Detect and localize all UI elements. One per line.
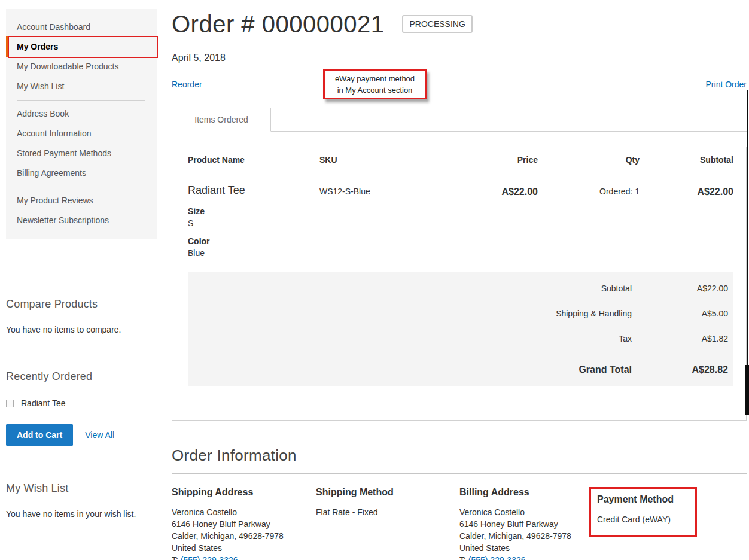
- product-options: Size S Color Blue: [188, 206, 319, 258]
- total-row-subtotal: Subtotal A$22.00: [188, 276, 733, 301]
- sidebar-secondary-blocks: Compare Products You have no items to co…: [6, 298, 157, 519]
- total-value: A$5.00: [632, 301, 733, 326]
- compare-products-empty-text: You have no items to compare.: [6, 325, 157, 334]
- payment-method-value: Credit Card (eWAY): [597, 513, 684, 525]
- order-status-badge: PROCESSING: [402, 15, 472, 33]
- address-line: 6146 Honey Bluff Parkway: [459, 518, 589, 530]
- shipping-method-block: Shipping Method Flat Rate - Fixed: [316, 487, 459, 560]
- address-line: Veronica Costello: [172, 506, 316, 518]
- total-row-grand-total: Grand Total A$28.82: [188, 351, 733, 383]
- address-line: Calder, Michigan, 49628-7978: [172, 530, 316, 542]
- recently-ordered-actions: Add to Cart View All: [6, 424, 157, 446]
- total-value: A$1.82: [632, 326, 733, 351]
- address-line: 6146 Honey Bluff Parkway: [172, 518, 316, 530]
- shipping-address-block: Shipping Address Veronica Costello 6146 …: [172, 487, 316, 560]
- sidebar-item-my-wish-list[interactable]: My Wish List: [6, 77, 157, 96]
- shipping-address-title: Shipping Address: [172, 487, 316, 498]
- billing-address-block: Billing Address Veronica Costello 6146 H…: [459, 487, 589, 560]
- option-label: Size: [188, 206, 319, 216]
- address-phone-line: T: (555) 229-3326: [459, 554, 589, 560]
- table-header-row: Product Name SKU Price Qty Subtotal: [188, 147, 733, 172]
- nav-divider: [17, 100, 145, 101]
- recently-ordered-block: Recently Ordered Radiant Tee Add to Cart…: [6, 370, 157, 446]
- eway-annotation-callout: eWay payment method in My Account sectio…: [323, 69, 427, 99]
- phone-link[interactable]: (555) 229-3326: [468, 555, 526, 560]
- sidebar-item-account-information[interactable]: Account Information: [6, 124, 157, 144]
- total-value: A$28.82: [632, 351, 733, 383]
- product-name: Radiant Tee: [188, 184, 319, 197]
- total-row-shipping: Shipping & Handling A$5.00: [188, 301, 733, 326]
- sidebar-item-newsletter-subscriptions[interactable]: Newsletter Subscriptions: [6, 211, 157, 230]
- sidebar-item-my-product-reviews[interactable]: My Product Reviews: [6, 191, 157, 211]
- item-checkbox[interactable]: [6, 400, 14, 407]
- address-line: Veronica Costello: [459, 506, 589, 518]
- eway-annotation-line1: eWay payment method: [326, 73, 424, 84]
- add-to-cart-button[interactable]: Add to Cart: [6, 424, 73, 446]
- total-label: Shipping & Handling: [188, 301, 632, 326]
- account-nav-list: Account Dashboard My Orders My Downloada…: [6, 17, 157, 230]
- page-title: Order # 000000021: [172, 11, 384, 37]
- phone-link[interactable]: (555) 229-3326: [181, 555, 238, 560]
- recently-ordered-item-name[interactable]: Radiant Tee: [21, 398, 65, 408]
- option-label: Color: [188, 236, 319, 246]
- column-header-product-name: Product Name: [188, 147, 319, 172]
- phone-prefix: T:: [172, 555, 178, 560]
- print-order-link[interactable]: Print Order: [706, 80, 747, 89]
- order-tabs: Items Ordered: [172, 108, 747, 132]
- sidebar-item-my-downloadable-products[interactable]: My Downloadable Products: [6, 57, 157, 77]
- order-totals: Subtotal A$22.00 Shipping & Handling A$5…: [188, 272, 733, 386]
- wishlist-title: My Wish List: [6, 482, 157, 495]
- payment-method-block: Payment Method Credit Card (eWAY): [589, 487, 747, 560]
- sidebar-item-account-dashboard[interactable]: Account Dashboard: [6, 17, 157, 37]
- sidebar-item-stored-payment-methods[interactable]: Stored Payment Methods: [6, 144, 157, 163]
- scrollbar-thumb[interactable]: [745, 365, 749, 415]
- order-information-columns: Shipping Address Veronica Costello 6146 …: [172, 487, 747, 560]
- order-items-table: Product Name SKU Price Qty Subtotal Radi…: [188, 147, 733, 258]
- total-value: A$22.00: [632, 276, 733, 301]
- order-items-section: Items Ordered Product Name SKU Price Qty…: [172, 108, 747, 421]
- total-label: Grand Total: [188, 351, 632, 383]
- order-view-main: Order # 000000021 PROCESSING April 5, 20…: [172, 0, 747, 560]
- nav-divider: [17, 187, 145, 187]
- total-label: Tax: [188, 326, 632, 351]
- column-header-qty: Qty: [538, 147, 640, 172]
- wishlist-empty-text: You have no items in your wish list.: [6, 509, 157, 519]
- reorder-link[interactable]: Reorder: [172, 80, 202, 89]
- sidebar-item-label: My Orders: [17, 42, 58, 51]
- total-label: Subtotal: [188, 276, 632, 301]
- order-date: April 5, 2018: [172, 53, 747, 63]
- billing-address-title: Billing Address: [459, 487, 589, 498]
- column-header-price: Price: [442, 147, 538, 172]
- view-all-link[interactable]: View All: [85, 430, 114, 440]
- sidebar-item-my-orders[interactable]: My Orders: [6, 37, 157, 57]
- address-line: Calder, Michigan, 49628-7978: [459, 530, 589, 542]
- sidebar-item-billing-agreements[interactable]: Billing Agreements: [6, 163, 157, 183]
- compare-products-title: Compare Products: [6, 298, 157, 311]
- address-phone-line: T: (555) 229-3326: [172, 554, 316, 560]
- recently-ordered-item: Radiant Tee: [6, 398, 157, 408]
- sidebar-item-address-book[interactable]: Address Book: [6, 104, 157, 124]
- option-value: S: [188, 218, 319, 228]
- eway-annotation-line2: in My Account section: [326, 84, 424, 96]
- order-items-box: Product Name SKU Price Qty Subtotal Radi…: [172, 147, 747, 421]
- total-row-tax: Tax A$1.82: [188, 326, 733, 351]
- product-qty: Ordered: 1: [538, 172, 640, 258]
- address-line: United States: [459, 542, 589, 554]
- shipping-method-title: Shipping Method: [316, 487, 459, 498]
- page-title-row: Order # 000000021 PROCESSING: [172, 11, 747, 37]
- payment-method-red-annotation-box: Payment Method Credit Card (eWAY): [589, 487, 697, 537]
- column-header-subtotal: Subtotal: [640, 147, 733, 172]
- payment-method-title: Payment Method: [597, 494, 684, 505]
- recently-ordered-title: Recently Ordered: [6, 370, 157, 383]
- product-sku: WS12-S-Blue: [319, 172, 442, 258]
- column-header-sku: SKU: [319, 147, 442, 172]
- phone-prefix: T:: [459, 555, 466, 560]
- wishlist-block: My Wish List You have no items in your w…: [6, 482, 157, 519]
- shipping-method-value: Flat Rate - Fixed: [316, 506, 459, 518]
- tab-items-ordered[interactable]: Items Ordered: [172, 108, 271, 132]
- account-nav: Account Dashboard My Orders My Downloada…: [6, 9, 157, 239]
- product-subtotal: A$22.00: [640, 172, 733, 258]
- order-actions-row: Reorder eWay payment method in My Accoun…: [172, 68, 747, 102]
- compare-products-block: Compare Products You have no items to co…: [6, 298, 157, 334]
- order-information-title: Order Information: [172, 446, 747, 474]
